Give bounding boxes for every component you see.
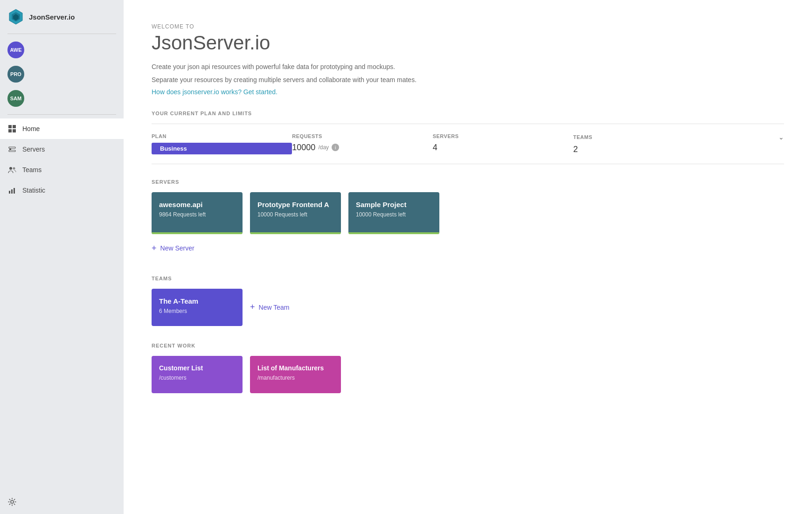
user-row-pro: PRO bbox=[0, 62, 124, 86]
settings-button[interactable] bbox=[7, 497, 116, 507]
sidebar-item-teams-label: Teams bbox=[22, 166, 42, 174]
plan-table: PLAN Business REQUESTS 10000 /day i SERV… bbox=[152, 124, 784, 164]
logo-text: JsonServer.io bbox=[29, 13, 75, 21]
sidebar: JsonServer.io AWE PRO SAM Home Servers bbox=[0, 0, 124, 514]
new-team-label: New Team bbox=[259, 304, 290, 311]
subtitle-2: Separate your resources by creating mult… bbox=[152, 75, 784, 85]
teams-icon bbox=[7, 165, 17, 174]
resource-card-0-title: Customer List bbox=[159, 364, 235, 372]
server-card-1-title: Prototype Frontend A bbox=[257, 201, 333, 208]
statistic-icon bbox=[7, 186, 17, 195]
user-section: AWE PRO SAM bbox=[0, 34, 124, 114]
svg-point-7 bbox=[9, 148, 11, 150]
server-card-1-sub: 10000 Requests left bbox=[257, 211, 333, 218]
servers-col-label: SERVERS bbox=[433, 133, 573, 139]
requests-number: 10000 bbox=[292, 143, 315, 153]
plus-icon: + bbox=[152, 243, 157, 253]
info-icon[interactable]: i bbox=[332, 144, 339, 151]
server-card-0-title: awesome.api bbox=[159, 201, 235, 208]
plan-section: YOUR CURRENT PLAN AND LIMITS PLAN Busine… bbox=[152, 111, 784, 164]
chevron-down-icon[interactable]: ⌄ bbox=[778, 133, 784, 141]
svg-point-10 bbox=[9, 167, 12, 170]
main-content: WELCOME TO JsonServer.io Create your jso… bbox=[124, 0, 812, 514]
svg-rect-5 bbox=[8, 129, 12, 132]
new-team-button[interactable]: + New Team bbox=[250, 302, 289, 312]
teams-section: TEAMS The A-Team 6 Members + New Team bbox=[152, 276, 784, 326]
servers-cards-row: awesome.api 9864 Requests left Prototype… bbox=[152, 192, 784, 234]
svg-rect-4 bbox=[13, 125, 16, 128]
sidebar-item-statistic-label: Statistic bbox=[22, 187, 45, 194]
svg-rect-8 bbox=[9, 147, 15, 148]
svg-rect-9 bbox=[9, 150, 15, 152]
welcome-label: WELCOME TO bbox=[152, 23, 784, 30]
recent-section-label: RECENT WORK bbox=[152, 343, 784, 348]
recent-cards-row: Customer List /customers List of Manufac… bbox=[152, 356, 784, 393]
server-card-1[interactable]: Prototype Frontend A 10000 Requests left bbox=[250, 192, 341, 234]
teams-col-label: TEAMS bbox=[573, 134, 592, 140]
avatar-sam[interactable]: SAM bbox=[7, 90, 24, 107]
sidebar-item-home-label: Home bbox=[22, 125, 40, 132]
recent-section: RECENT WORK Customer List /customers Lis… bbox=[152, 343, 784, 393]
plan-col: PLAN Business bbox=[152, 133, 292, 154]
teams-section-label: TEAMS bbox=[152, 276, 784, 281]
resource-card-0-sub: /customers bbox=[159, 375, 235, 381]
sidebar-item-home[interactable]: Home bbox=[0, 118, 124, 139]
title-part1: JsonServer bbox=[152, 32, 250, 54]
teams-col-header: TEAMS ⌄ bbox=[573, 133, 784, 141]
server-card-2-bar bbox=[348, 232, 439, 234]
sidebar-bottom bbox=[0, 490, 124, 514]
sidebar-logo: JsonServer.io bbox=[0, 0, 124, 34]
server-card-2-sub: 10000 Requests left bbox=[356, 211, 432, 218]
sidebar-item-servers[interactable]: Servers bbox=[0, 139, 124, 160]
avatar-pro[interactable]: PRO bbox=[7, 66, 24, 83]
requests-col: REQUESTS 10000 /day i bbox=[292, 133, 432, 153]
resource-card-1-sub: /manufacturers bbox=[257, 375, 333, 381]
server-card-2-title: Sample Project bbox=[356, 201, 432, 208]
plan-badge[interactable]: Business bbox=[152, 143, 292, 154]
requests-value: 10000 /day i bbox=[292, 143, 432, 153]
svg-rect-6 bbox=[13, 129, 16, 132]
new-server-button[interactable]: + New Server bbox=[152, 238, 784, 259]
server-card-2[interactable]: Sample Project 10000 Requests left bbox=[348, 192, 439, 234]
requests-unit: /day bbox=[318, 144, 329, 151]
svg-point-11 bbox=[13, 167, 15, 170]
user-row-sam: SAM bbox=[0, 86, 124, 111]
svg-rect-13 bbox=[11, 189, 13, 194]
server-card-0-sub: 9864 Requests left bbox=[159, 211, 235, 218]
servers-icon bbox=[7, 145, 17, 154]
resource-card-0[interactable]: Customer List /customers bbox=[152, 356, 243, 393]
svg-rect-3 bbox=[8, 125, 12, 128]
plan-col-label: PLAN bbox=[152, 133, 292, 139]
server-card-1-bar bbox=[250, 232, 341, 234]
servers-col: SERVERS 4 bbox=[433, 133, 573, 153]
servers-section-label: SERVERS bbox=[152, 179, 784, 185]
requests-col-label: REQUESTS bbox=[292, 133, 432, 139]
user-row-awe: AWE bbox=[0, 38, 124, 62]
team-card-0-sub: 6 Members bbox=[159, 308, 235, 314]
teams-col: TEAMS ⌄ 2 bbox=[573, 133, 784, 154]
plan-section-label: YOUR CURRENT PLAN AND LIMITS bbox=[152, 111, 784, 116]
teams-cards-row: The A-Team 6 Members + New Team bbox=[152, 289, 784, 326]
svg-rect-12 bbox=[9, 191, 10, 194]
get-started-link[interactable]: How does jsonserver.io works? Get starte… bbox=[152, 88, 784, 96]
team-card-0-title: The A-Team bbox=[159, 297, 235, 305]
subtitle-1: Create your json api resources with powe… bbox=[152, 62, 784, 72]
new-team-plus-icon: + bbox=[250, 302, 255, 312]
main-title: JsonServer.io bbox=[152, 32, 784, 54]
server-card-0[interactable]: awesome.api 9864 Requests left bbox=[152, 192, 243, 234]
svg-point-15 bbox=[11, 500, 14, 503]
gear-icon bbox=[7, 497, 17, 507]
server-card-0-bar bbox=[152, 232, 243, 234]
sidebar-item-teams[interactable]: Teams bbox=[0, 160, 124, 180]
servers-section: SERVERS awesome.api 9864 Requests left P… bbox=[152, 179, 784, 259]
svg-rect-14 bbox=[14, 188, 15, 194]
sidebar-item-servers-label: Servers bbox=[22, 146, 45, 153]
teams-value: 2 bbox=[573, 145, 784, 154]
logo-icon bbox=[7, 8, 24, 25]
team-card-0[interactable]: The A-Team 6 Members bbox=[152, 289, 243, 326]
sidebar-item-statistic[interactable]: Statistic bbox=[0, 180, 124, 201]
resource-card-1[interactable]: List of Manufacturers /manufacturers bbox=[250, 356, 341, 393]
new-server-label: New Server bbox=[160, 244, 194, 252]
title-part2: .io bbox=[250, 32, 270, 54]
avatar-awe[interactable]: AWE bbox=[7, 42, 24, 58]
